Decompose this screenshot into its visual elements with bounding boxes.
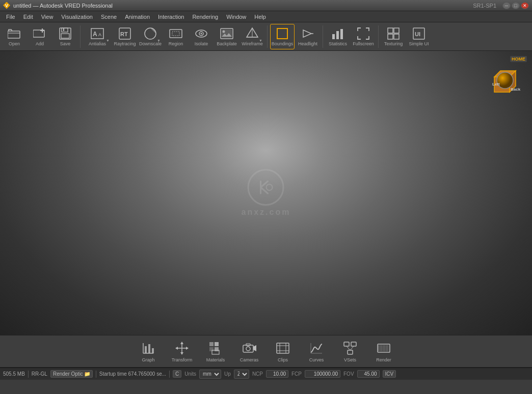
up-label: Up (224, 371, 231, 377)
menu-window[interactable]: Window (222, 11, 250, 22)
transform-label: Transform (172, 357, 193, 362)
svg-rect-31 (388, 28, 393, 33)
menu-file[interactable]: File (2, 11, 19, 22)
menu-help[interactable]: Help (250, 11, 270, 22)
open-button[interactable]: Open (2, 24, 26, 49)
open-icon (7, 26, 21, 41)
region-button[interactable]: Region (164, 24, 188, 49)
isolate-button[interactable]: Isolate (189, 24, 214, 49)
svg-rect-30 (340, 29, 343, 39)
status-div1 (28, 371, 29, 378)
isolate-label: Isolate (195, 42, 208, 47)
statistics-button[interactable]: Statistics (326, 24, 350, 49)
boundings-button[interactable]: Boundings (270, 24, 295, 49)
svg-rect-33 (388, 34, 393, 39)
nav-cube-home[interactable]: HOME (510, 56, 527, 62)
wireframe-button[interactable]: Wireframe ▼ (240, 24, 264, 49)
menu-interaction[interactable]: Interaction (154, 11, 188, 22)
window-title: untitled — Autodesk VRED Professional (13, 3, 473, 9)
wireframe-arrow: ▼ (259, 39, 262, 42)
svg-rect-25 (277, 29, 287, 39)
svg-rect-5 (62, 28, 68, 32)
backplate-label: Backplate (217, 42, 237, 47)
svg-rect-29 (336, 31, 339, 39)
headlight-label: Headlight (298, 42, 317, 47)
svg-text:RT: RT (120, 31, 128, 37)
cameras-icon (242, 341, 257, 356)
render-mode-display: RR-GL (32, 371, 47, 377)
raytracing-button[interactable]: RT Raytracing (113, 24, 137, 49)
antialias-button[interactable]: AA Antialias ▼ (83, 24, 112, 49)
svg-marker-50 (180, 342, 183, 344)
watermark: anxz.com (242, 169, 291, 217)
curves-button[interactable]: Curves (300, 336, 333, 367)
watermark-text: anxz.com (242, 208, 291, 217)
menu-view[interactable]: View (37, 11, 58, 22)
materials-label: Materials (206, 357, 225, 362)
menu-edit[interactable]: Edit (19, 11, 37, 22)
fcp-input[interactable] (305, 370, 340, 378)
up-select[interactable]: Z Y (234, 370, 249, 379)
texturing-button[interactable]: Texturing (381, 24, 406, 49)
downscale-button[interactable]: Downscale ▼ (138, 24, 163, 49)
render-button[interactable]: Render (367, 336, 400, 367)
menu-visualization[interactable]: Visualization (57, 11, 97, 22)
isolate-icon (194, 26, 208, 41)
menu-bar: File Edit View Visualization Scene Anima… (0, 11, 532, 22)
viewport[interactable]: anxz.com HOME (0, 51, 532, 335)
texturing-icon (386, 26, 401, 41)
graph-label: Graph (142, 357, 154, 362)
simple-ui-icon: UI (412, 26, 426, 41)
add-button[interactable]: Add (28, 24, 52, 49)
materials-icon (208, 341, 223, 356)
backplate-button[interactable]: Backplate (215, 24, 239, 49)
svg-rect-7 (63, 29, 64, 31)
menu-scene[interactable]: Scene (97, 11, 121, 22)
downscale-icon (143, 26, 157, 41)
ncp-input[interactable] (266, 370, 288, 378)
c-button[interactable]: C (173, 370, 181, 378)
icv-button[interactable]: ICV (383, 370, 396, 378)
region-icon (169, 26, 183, 41)
svg-text:A: A (93, 31, 97, 38)
vsets-button[interactable]: VSets (334, 336, 366, 367)
simple-ui-button[interactable]: UI Simple UI (407, 24, 431, 49)
downscale-arrow: ▼ (157, 39, 161, 42)
statistics-label: Statistics (329, 42, 347, 47)
graph-button[interactable]: Graph (132, 336, 165, 367)
curves-icon (309, 341, 324, 356)
headlight-button[interactable]: Headlight (296, 24, 320, 49)
svg-rect-72 (351, 342, 356, 346)
transform-button[interactable]: Transform (166, 336, 198, 367)
raytracing-label: Raytracing (114, 42, 136, 47)
antialias-icon: AA (90, 26, 104, 41)
svg-point-37 (267, 184, 273, 190)
svg-text:A: A (98, 32, 101, 37)
statistics-icon (331, 26, 345, 41)
save-button[interactable]: Save (53, 24, 77, 49)
svg-rect-32 (394, 28, 399, 33)
cameras-button[interactable]: Cameras (233, 336, 265, 367)
backplate-icon (220, 26, 234, 41)
maximize-button[interactable]: □ (512, 2, 520, 9)
minimize-button[interactable]: ─ (502, 2, 511, 9)
clips-button[interactable]: Clips (267, 336, 299, 367)
nav-cube-body[interactable]: Left Back (489, 64, 524, 99)
fov-label: FOV (343, 371, 354, 377)
startup-time-display: Startup time 674.765000 se... (99, 371, 166, 377)
fullscreen-button[interactable]: Fullscreen (351, 24, 376, 49)
svg-rect-15 (172, 32, 179, 36)
bottom-toolbar: Graph Transform Materials Cameras Clips … (0, 335, 532, 368)
nav-cube[interactable]: HOME (486, 56, 527, 97)
render-options-button[interactable]: Render Optic 📁 (50, 370, 93, 378)
fov-input[interactable] (357, 370, 380, 378)
menu-animation[interactable]: Animation (121, 11, 154, 22)
close-button[interactable]: ✕ (521, 2, 529, 9)
units-label: Units (184, 371, 196, 377)
materials-button[interactable]: Materials (199, 336, 232, 367)
vsets-icon (342, 341, 358, 356)
region-label: Region (169, 42, 183, 47)
render-options-folder-icon[interactable]: 📁 (84, 371, 90, 377)
units-select[interactable]: mm cm m (199, 370, 221, 379)
menu-rendering[interactable]: Rendering (188, 11, 222, 22)
